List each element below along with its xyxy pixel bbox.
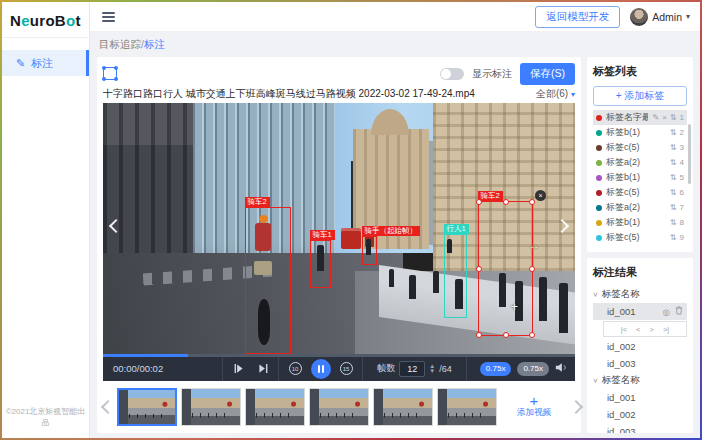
pause-button[interactable] xyxy=(311,359,331,379)
main-column: 返回模型开发 Admin ▾ 目标追踪/标注 xyxy=(90,2,700,438)
frame-number-input[interactable] xyxy=(399,361,425,377)
label-row[interactable]: 标签a(2) ⇅4 xyxy=(593,155,687,170)
filmstrip-prev-arrow[interactable] xyxy=(101,400,115,414)
video-title-row: 十字路口路口行人 城市交通上下班高峰斑马线过马路视频 2022-03-02 17… xyxy=(103,85,575,103)
label-row[interactable]: 标签b(1) ⇅5 xyxy=(593,170,687,185)
chevron-down-icon: ▾ xyxy=(686,12,690,21)
delete-icon[interactable]: × xyxy=(662,113,667,122)
bbox-rider2[interactable]: 骑车2 xyxy=(245,207,291,353)
label-list: 标签名字最长数... ✎×⇅1 标签b(1) ⇅2 标签c(5) xyxy=(593,110,687,245)
scrollbar[interactable] xyxy=(688,124,691,185)
label-name: 标签c(5) xyxy=(606,231,666,244)
pager-prev-icon[interactable]: < xyxy=(636,325,640,334)
label-row[interactable]: 标签名字最长数... ✎×⇅1 xyxy=(593,110,687,125)
sort-icon[interactable]: ⇅ xyxy=(670,218,677,227)
bbox-selected[interactable]: 骑车2 × + ↔ xyxy=(478,201,533,336)
video-thumbnail-4[interactable] xyxy=(309,388,369,426)
result-item[interactable]: id_003 xyxy=(593,423,687,433)
collapse-menu-icon[interactable] xyxy=(102,12,115,22)
show-annotation-toggle[interactable] xyxy=(440,68,464,80)
filmstrip-next-arrow[interactable] xyxy=(569,400,583,414)
video-thumbnail-2[interactable] xyxy=(181,388,241,426)
result-item-label: id_002 xyxy=(607,409,636,420)
resize-handle[interactable] xyxy=(529,266,535,272)
pager-last-icon[interactable]: >| xyxy=(663,325,669,334)
result-item[interactable]: id_003 xyxy=(593,355,687,372)
speaker-icon[interactable] xyxy=(555,362,567,375)
add-video-button[interactable]: + 添加视频 xyxy=(501,387,567,427)
avatar xyxy=(630,8,648,26)
video-thumbnail-3[interactable] xyxy=(245,388,305,426)
rewind-10-icon[interactable]: 10 xyxy=(289,362,302,375)
skip-back-icon[interactable] xyxy=(233,363,244,374)
trash-icon[interactable] xyxy=(675,306,683,317)
horizontal-resize-cursor-icon: ↔ xyxy=(529,240,539,251)
skip-forward-icon[interactable] xyxy=(258,363,269,374)
result-group-header[interactable]: > 标签名称 xyxy=(593,372,687,389)
label-name: 标签c(5) xyxy=(606,186,666,199)
label-row[interactable]: 标签a(2) ⇅7 xyxy=(593,200,687,215)
sort-icon[interactable]: ⇅ xyxy=(670,203,677,212)
video-thumbnail-1[interactable] xyxy=(117,388,177,426)
label-name: 标签a(2) xyxy=(606,201,666,214)
result-item-label: id_003 xyxy=(607,426,636,433)
content-area: 目标追踪/标注 显示标注 保存(S) 十字路口路口行人 城市交通上下班高峰斑马 xyxy=(90,32,700,438)
video-player[interactable]: 骑车2 骑车1 骑手（起始帧） 行人1 骑车2 xyxy=(103,103,575,353)
back-to-model-dev-button[interactable]: 返回模型开发 xyxy=(535,6,620,28)
add-label-button[interactable]: + 添加标签 xyxy=(593,86,687,106)
breadcrumb-parent[interactable]: 目标追踪 xyxy=(99,38,141,50)
resize-handle[interactable] xyxy=(503,332,509,338)
result-item-selected[interactable]: id_001 ◎ xyxy=(593,303,687,320)
label-row[interactable]: 标签c(5) ⇅6 xyxy=(593,185,687,200)
bbox-rider-startframe[interactable]: 骑手（起始帧） xyxy=(362,236,377,265)
edit-icon[interactable]: ✎ xyxy=(652,113,659,122)
label-row[interactable]: 标签c(5) ⇅9 xyxy=(593,230,687,245)
label-row[interactable]: 标签c(5) ⇅3 xyxy=(593,140,687,155)
progress-bar[interactable] xyxy=(103,354,575,357)
resize-handle[interactable] xyxy=(476,266,482,272)
result-group-header[interactable]: > 标签名称 xyxy=(593,286,687,303)
label-row[interactable]: 标签b(1) ⇅2 xyxy=(593,125,687,140)
label-row[interactable]: 标签b(1) ⇅8 xyxy=(593,215,687,230)
sort-icon[interactable]: ⇅ xyxy=(670,143,677,152)
filmstrip: + 添加视频 xyxy=(103,381,575,428)
pager-next-icon[interactable]: > xyxy=(650,325,654,334)
label-order: 4 xyxy=(680,158,684,167)
sort-icon[interactable]: ⇅ xyxy=(670,188,677,197)
result-item[interactable]: id_002 xyxy=(593,338,687,355)
sidebar-item-annotate[interactable]: ✎ 标注 xyxy=(2,50,89,76)
bbox-rider1[interactable]: 骑车1 xyxy=(310,240,331,288)
sort-icon[interactable]: ⇅ xyxy=(670,128,677,137)
forward-15-icon[interactable]: 15 xyxy=(340,362,353,375)
frame-stepper[interactable]: ▲▼ xyxy=(429,364,435,374)
frame-count-label: 帧数 xyxy=(377,362,395,375)
locate-icon[interactable]: ◎ xyxy=(663,307,670,317)
sort-icon[interactable]: ⇅ xyxy=(670,173,677,182)
filter-dropdown[interactable]: 全部(6) ▾ xyxy=(536,87,575,101)
label-order: 5 xyxy=(680,173,684,182)
bus-in-frame xyxy=(341,228,361,249)
speed-pill-active[interactable]: 0.75x xyxy=(480,362,512,376)
user-menu[interactable]: Admin ▾ xyxy=(630,8,690,26)
resize-handle[interactable] xyxy=(503,199,509,205)
bbox-pedestrian1[interactable]: 行人1 xyxy=(444,234,467,318)
resize-handle[interactable] xyxy=(476,199,482,205)
result-item[interactable]: id_002 xyxy=(593,406,687,423)
label-color-dot xyxy=(596,175,602,181)
video-title: 十字路口路口行人 城市交通上下班高峰斑马线过马路视频 2022-03-02 17… xyxy=(103,87,475,101)
sort-icon[interactable]: ⇅ xyxy=(670,233,677,242)
label-color-dot xyxy=(596,130,602,136)
speed-pill-inactive[interactable]: 0.75x xyxy=(517,362,549,376)
sort-icon[interactable]: ⇅ xyxy=(670,113,677,122)
app-root: NeuroBot ✎ 标注 ©2021北京矩视智能出品 返回模型开发 Admin… xyxy=(2,2,700,438)
video-thumbnail-6[interactable] xyxy=(437,388,497,426)
save-button[interactable]: 保存(S) xyxy=(520,63,575,85)
crosshair-cursor-icon: + xyxy=(511,300,518,314)
video-thumbnail-5[interactable] xyxy=(373,388,433,426)
result-group-label: 标签名称 xyxy=(602,374,640,387)
rect-select-tool-icon[interactable] xyxy=(103,67,117,80)
result-item[interactable]: id_001 xyxy=(593,389,687,406)
sort-icon[interactable]: ⇅ xyxy=(670,158,677,167)
label-name: 标签b(1) xyxy=(606,171,666,184)
pager-first-icon[interactable]: |< xyxy=(621,325,627,334)
